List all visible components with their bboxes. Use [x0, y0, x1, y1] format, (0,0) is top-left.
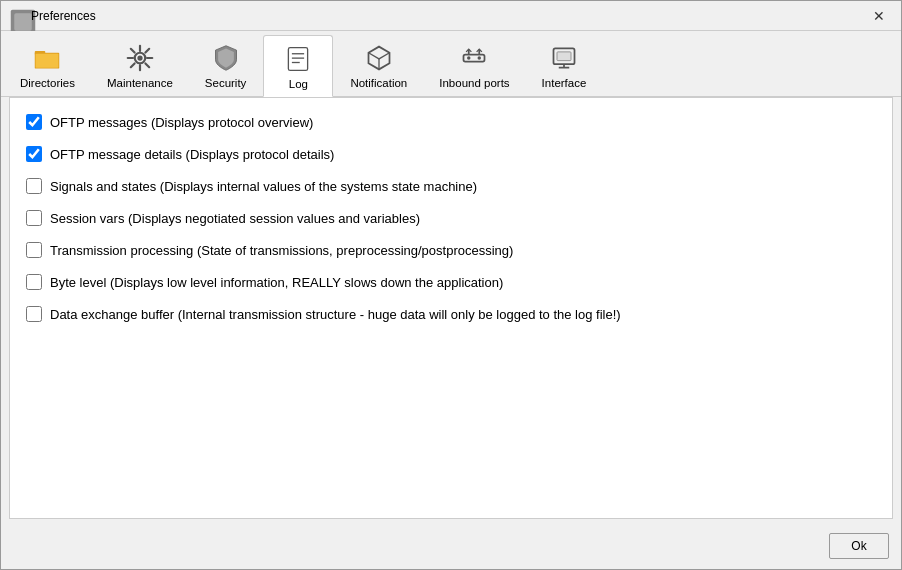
maintenance-icon: [124, 42, 156, 74]
close-button[interactable]: ✕: [865, 5, 893, 27]
checkbox-oftp-messages-input[interactable]: [26, 114, 42, 130]
tab-interface-label: Interface: [542, 77, 587, 89]
tab-inbound-ports[interactable]: Inbound ports: [424, 35, 524, 96]
checkbox-session-vars: Session vars (Displays negotiated sessio…: [26, 210, 876, 226]
tab-directories-label: Directories: [20, 77, 75, 89]
checkbox-oftp-details-input[interactable]: [26, 146, 42, 162]
tab-directories[interactable]: Directories: [5, 35, 90, 96]
log-icon: [282, 43, 314, 75]
security-icon: [210, 42, 242, 74]
footer: Ok: [1, 527, 901, 569]
checkbox-oftp-messages: OFTP messages (Displays protocol overvie…: [26, 114, 876, 130]
interface-icon: [548, 42, 580, 74]
checkbox-session-vars-input[interactable]: [26, 210, 42, 226]
checkbox-oftp-details: OFTP message details (Displays protocol …: [26, 146, 876, 162]
svg-rect-20: [464, 55, 485, 62]
inbound-icon: [458, 42, 490, 74]
folder-icon: [31, 42, 63, 74]
window-title: Preferences: [31, 9, 865, 23]
checkbox-byte-level: Byte level (Displays low level informati…: [26, 274, 876, 290]
title-bar: Preferences ✕: [1, 1, 901, 31]
notification-icon: [363, 42, 395, 74]
tab-interface[interactable]: Interface: [527, 35, 602, 96]
svg-line-11: [131, 49, 135, 53]
tab-security[interactable]: Security: [190, 35, 262, 96]
checkbox-signals: Signals and states (Displays internal va…: [26, 178, 876, 194]
checkbox-session-vars-label: Session vars (Displays negotiated sessio…: [50, 211, 420, 226]
svg-point-6: [137, 55, 142, 60]
svg-rect-15: [289, 47, 308, 70]
checkbox-oftp-details-label: OFTP message details (Displays protocol …: [50, 147, 334, 162]
tab-inbound-ports-label: Inbound ports: [439, 77, 509, 89]
tab-notification[interactable]: Notification: [335, 35, 422, 96]
svg-line-12: [145, 63, 149, 67]
checkbox-data-exchange-label: Data exchange buffer (Internal transmiss…: [50, 307, 621, 322]
checkbox-oftp-messages-label: OFTP messages (Displays protocol overvie…: [50, 115, 313, 130]
svg-rect-4: [36, 54, 59, 68]
checkbox-data-exchange: Data exchange buffer (Internal transmiss…: [26, 306, 876, 322]
checkbox-signals-label: Signals and states (Displays internal va…: [50, 179, 477, 194]
ok-button[interactable]: Ok: [829, 533, 889, 559]
svg-rect-1: [14, 13, 32, 31]
tab-log[interactable]: Log: [263, 35, 333, 97]
checkbox-byte-level-label: Byte level (Displays low level informati…: [50, 275, 503, 290]
checkbox-byte-level-input[interactable]: [26, 274, 42, 290]
checkbox-transmission-input[interactable]: [26, 242, 42, 258]
preferences-window: Preferences ✕ Directories: [0, 0, 902, 570]
tab-maintenance[interactable]: Maintenance: [92, 35, 188, 96]
content-area: OFTP messages (Displays protocol overvie…: [9, 97, 893, 519]
tab-log-label: Log: [289, 78, 308, 90]
tab-notification-label: Notification: [350, 77, 407, 89]
svg-point-21: [467, 56, 471, 60]
checkbox-data-exchange-input[interactable]: [26, 306, 42, 322]
svg-line-13: [145, 49, 149, 53]
svg-line-14: [131, 63, 135, 67]
checkbox-transmission: Transmission processing (State of transm…: [26, 242, 876, 258]
window-icon: [9, 8, 25, 24]
svg-rect-28: [557, 52, 571, 61]
toolbar: Directories Maintenance: [1, 31, 901, 97]
checkbox-transmission-label: Transmission processing (State of transm…: [50, 243, 513, 258]
svg-point-22: [478, 56, 482, 60]
tab-security-label: Security: [205, 77, 247, 89]
checkbox-signals-input[interactable]: [26, 178, 42, 194]
tab-maintenance-label: Maintenance: [107, 77, 173, 89]
